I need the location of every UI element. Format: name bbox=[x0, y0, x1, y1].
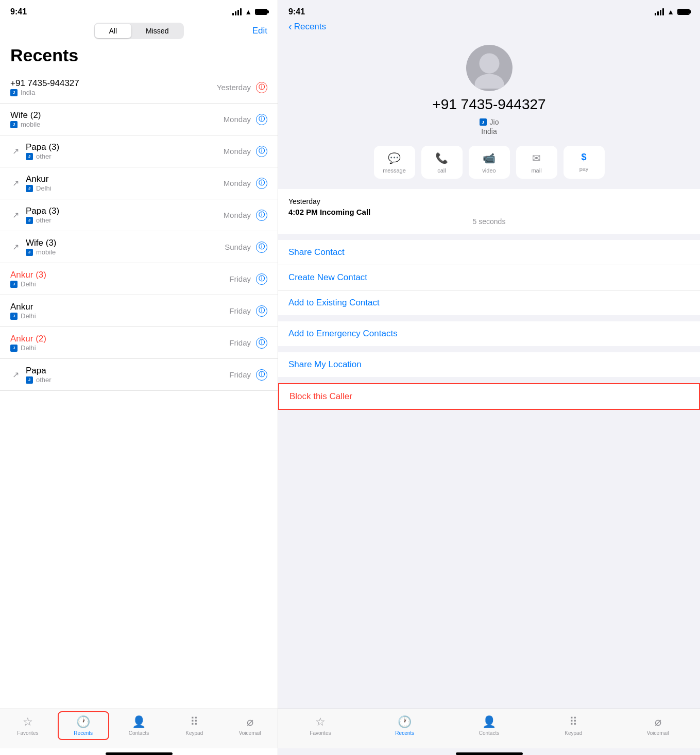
tab-recents-right[interactable]: 🕐 Recents bbox=[363, 713, 447, 738]
segment-missed[interactable]: Missed bbox=[131, 24, 183, 38]
outgoing-call-icon-9: ↗ bbox=[10, 370, 21, 380]
tab-voicemail-label-right: Voicemail bbox=[647, 730, 669, 736]
info-button-1[interactable]: ⓘ bbox=[256, 114, 267, 125]
call-day-8: Friday bbox=[229, 338, 251, 347]
edit-button[interactable]: Edit bbox=[252, 26, 267, 36]
mail-button[interactable]: ✉ mail bbox=[516, 146, 557, 179]
call-icon: 📞 bbox=[435, 152, 448, 164]
voicemail-icon: ⌀ bbox=[247, 715, 253, 729]
tab-contacts-left[interactable]: 👤 Contacts bbox=[111, 713, 167, 738]
missed-call-icon-5: ↗ bbox=[10, 242, 21, 252]
tab-bar-right: ☆ Favorites 🕐 Recents 👤 Contacts ⠿ Keypa… bbox=[278, 709, 700, 748]
call-right-6: Friday ⓘ bbox=[229, 273, 267, 285]
tab-keypad-left[interactable]: ⠿ Keypad bbox=[166, 713, 222, 738]
missed-call-icon-3: ↗ bbox=[10, 178, 21, 188]
avatar-svg bbox=[469, 47, 510, 89]
info-button-5[interactable]: ⓘ bbox=[256, 242, 267, 253]
call-name-1: Wife (2) bbox=[10, 110, 224, 121]
call-item-left-7: Ankur J Delhi bbox=[10, 302, 229, 320]
call-item-left-8: Ankur (2) J Delhi bbox=[10, 334, 229, 352]
tab-recents-left[interactable]: 🕐 Recents bbox=[56, 713, 111, 738]
call-button[interactable]: 📞 call bbox=[421, 146, 463, 179]
call-day-6: Friday bbox=[229, 274, 251, 283]
jio-badge-7: J bbox=[10, 313, 18, 320]
tab-voicemail-label: Voicemail bbox=[239, 730, 261, 736]
country-name: India bbox=[481, 127, 497, 135]
back-button[interactable]: ‹ Recents bbox=[288, 21, 326, 32]
pay-button[interactable]: $ pay bbox=[564, 146, 605, 179]
menu-section-4: Block this Caller bbox=[278, 383, 700, 410]
call-item-left-1: Wife (2) J mobile bbox=[10, 110, 224, 128]
call-name-4: Papa (3) bbox=[26, 206, 224, 216]
video-icon: 📹 bbox=[483, 152, 496, 164]
info-button-3[interactable]: ⓘ bbox=[256, 178, 267, 189]
call-sub-2: J other bbox=[26, 152, 224, 160]
info-button-0[interactable]: ⓘ bbox=[256, 82, 267, 93]
segment-all[interactable]: All bbox=[95, 24, 132, 38]
call-sub-3: J Delhi bbox=[26, 184, 224, 192]
menu-section-2: Add to Emergency Contacts bbox=[278, 321, 700, 346]
call-info-4: Papa (3) J other bbox=[26, 206, 224, 224]
signal-bar-1 bbox=[232, 13, 234, 15]
signal-bar-r3 bbox=[660, 10, 661, 15]
call-info-3: Ankur J Delhi bbox=[26, 174, 224, 192]
video-label: video bbox=[482, 167, 496, 174]
home-indicator-left bbox=[106, 752, 173, 755]
info-button-6[interactable]: ⓘ bbox=[256, 273, 267, 285]
call-info-2: Papa (3) J other bbox=[26, 142, 224, 160]
info-button-7[interactable]: ⓘ bbox=[256, 305, 267, 317]
keypad-icon-right: ⠿ bbox=[569, 715, 577, 729]
info-button-4[interactable]: ⓘ bbox=[256, 210, 267, 221]
call-item-left-9: ↗ Papa J other bbox=[10, 366, 229, 384]
info-button-8[interactable]: ⓘ bbox=[256, 337, 267, 349]
share-contact-item[interactable]: Share Contact bbox=[278, 240, 700, 265]
action-buttons: 💬 message 📞 call 📹 video ✉ mail $ pay bbox=[278, 146, 700, 189]
tab-favorites-left[interactable]: ☆ Favorites bbox=[0, 713, 56, 738]
tab-contacts-right[interactable]: 👤 Contacts bbox=[447, 713, 532, 738]
tab-favorites-label-right: Favorites bbox=[310, 730, 331, 736]
create-new-contact-item[interactable]: Create New Contact bbox=[278, 265, 700, 290]
jio-badge-3: J bbox=[26, 185, 33, 192]
recents-icon-right: 🕐 bbox=[398, 715, 412, 729]
table-row: Ankur J Delhi Friday ⓘ bbox=[0, 295, 278, 327]
call-day-2: Monday bbox=[224, 147, 251, 156]
tab-contacts-label-right: Contacts bbox=[479, 730, 499, 736]
call-name-2: Papa (3) bbox=[26, 142, 224, 152]
call-duration: 5 seconds bbox=[288, 217, 690, 226]
emergency-contacts-item[interactable]: Add to Emergency Contacts bbox=[278, 321, 700, 346]
call-right-2: Monday ⓘ bbox=[224, 146, 267, 157]
add-existing-contact-item[interactable]: Add to Existing Contact bbox=[278, 290, 700, 315]
call-info-8: Ankur (2) J Delhi bbox=[10, 334, 229, 352]
table-row: Wife (2) J mobile Monday ⓘ bbox=[0, 104, 278, 135]
share-location-label: Share My Location bbox=[288, 359, 362, 369]
contact-header: +91 7435-944327 J Jio India bbox=[278, 37, 700, 146]
call-sub-0: J India bbox=[10, 89, 217, 96]
back-label: Recents bbox=[294, 22, 326, 32]
call-day-3: Monday bbox=[224, 179, 251, 187]
mail-icon: ✉ bbox=[532, 152, 541, 164]
jio-badge-2: J bbox=[26, 153, 33, 160]
tab-favorites-label: Favorites bbox=[17, 730, 38, 736]
back-chevron-icon: ‹ bbox=[288, 21, 292, 32]
tab-keypad-right[interactable]: ⠿ Keypad bbox=[531, 713, 616, 738]
info-button-9[interactable]: ⓘ bbox=[256, 369, 267, 381]
menu-section-1: Share Contact Create New Contact Add to … bbox=[278, 240, 700, 315]
message-icon: 💬 bbox=[388, 152, 401, 164]
video-button[interactable]: 📹 video bbox=[469, 146, 510, 179]
table-row: ↗ Papa (3) J other Monday ⓘ bbox=[0, 199, 278, 231]
tab-favorites-right[interactable]: ☆ Favorites bbox=[278, 713, 363, 738]
signal-icon-right bbox=[655, 8, 664, 15]
call-item-left-6: Ankur (3) J Delhi bbox=[10, 270, 229, 288]
info-button-2[interactable]: ⓘ bbox=[256, 146, 267, 157]
message-button[interactable]: 💬 message bbox=[374, 146, 415, 179]
mail-label: mail bbox=[531, 167, 541, 174]
call-item-left-0: +91 7435-944327 J India bbox=[10, 78, 217, 96]
tab-voicemail-left[interactable]: ⌀ Voicemail bbox=[222, 713, 278, 738]
create-new-contact-label: Create New Contact bbox=[288, 272, 367, 282]
tab-recents-label: Recents bbox=[74, 730, 93, 736]
call-right-3: Monday ⓘ bbox=[224, 178, 267, 189]
share-location-item[interactable]: Share My Location bbox=[278, 352, 700, 377]
pay-label: pay bbox=[579, 166, 589, 172]
block-caller-item[interactable]: Block this Caller bbox=[279, 384, 699, 409]
tab-voicemail-right[interactable]: ⌀ Voicemail bbox=[616, 713, 700, 738]
